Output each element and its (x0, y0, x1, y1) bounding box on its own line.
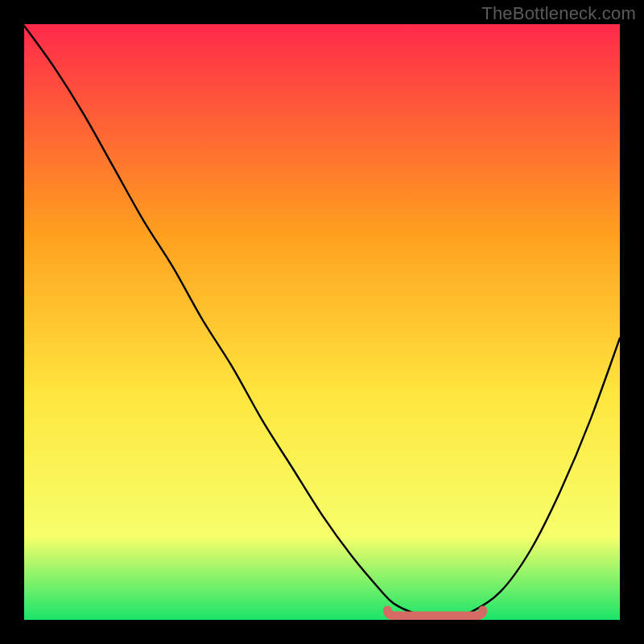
curve-layer (24, 24, 620, 620)
chart-frame: TheBottleneck.com (0, 0, 644, 644)
bottleneck-curve (24, 26, 620, 615)
plot-area (24, 24, 620, 620)
optimal-range-marker (387, 610, 482, 616)
attribution-text: TheBottleneck.com (481, 3, 636, 24)
